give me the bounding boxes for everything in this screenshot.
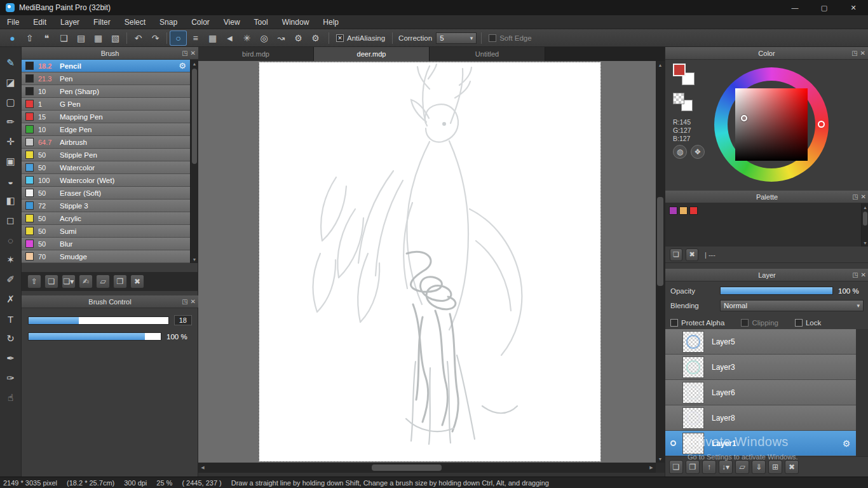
- brush-row[interactable]: 50 Sumi: [22, 225, 198, 238]
- layer-option-checkbox[interactable]: Clipping: [741, 319, 778, 327]
- parallel-snap-icon[interactable]: ≡: [187, 30, 204, 46]
- layer-opacity-slider[interactable]: [720, 287, 833, 295]
- layer-row[interactable]: Layer5: [665, 329, 856, 355]
- layer-up-icon[interactable]: ↑: [702, 460, 716, 474]
- brush-folder-icon[interactable]: ▱: [96, 274, 110, 288]
- brush-row[interactable]: 1 G Pen: [22, 98, 198, 111]
- soft-edge-checkbox[interactable]: Soft Edge: [489, 34, 532, 42]
- layer-row[interactable]: Layer3: [665, 355, 856, 380]
- antialiasing-checkbox[interactable]: ✕ AntiAliasing: [336, 34, 385, 42]
- page-icon[interactable]: ▤: [72, 30, 90, 46]
- color-mixer-icon[interactable]: ❖: [691, 145, 705, 159]
- layer-row[interactable]: Layer1 ⚙: [665, 431, 856, 456]
- canvas[interactable]: [259, 62, 600, 461]
- settings-icon[interactable]: ⚙: [307, 30, 324, 46]
- brush-row[interactable]: 70 Smudge: [22, 250, 198, 263]
- layer-row[interactable]: Layer8: [665, 405, 856, 431]
- menu-item[interactable]: Edit: [26, 15, 53, 29]
- close-panel-icon[interactable]: ✕: [860, 50, 865, 57]
- menu-item[interactable]: View: [217, 15, 247, 29]
- menu-item[interactable]: Tool: [247, 15, 275, 29]
- menu-item[interactable]: Filter: [86, 15, 118, 29]
- delete-brush-icon[interactable]: ✖: [130, 274, 144, 288]
- canvas-vertical-scrollbar[interactable]: ▲ ▼: [656, 61, 665, 463]
- palette-color-swatch[interactable]: [689, 207, 698, 215]
- scroll-down-icon[interactable]: ▼: [862, 239, 868, 247]
- brush-tool[interactable]: ✎: [2, 55, 19, 71]
- layer-option-checkbox[interactable]: Protect Alpha: [670, 319, 724, 327]
- duplicate-brush-icon[interactable]: ❐: [113, 274, 127, 288]
- layer-thumbnail[interactable]: [682, 331, 704, 353]
- delete-layer-icon[interactable]: ✖: [785, 460, 799, 474]
- undo-icon[interactable]: ↶: [130, 30, 147, 46]
- brush-row[interactable]: 72 Stipple 3: [22, 200, 198, 212]
- radial-snap-icon[interactable]: ✳: [238, 30, 255, 46]
- brush-row[interactable]: 50 Acrylic: [22, 212, 198, 225]
- brush-opacity-slider[interactable]: [28, 332, 161, 341]
- brush-row[interactable]: 100 Watercolor (Wet): [22, 174, 198, 187]
- select-eraser-tool[interactable]: ✗: [2, 291, 19, 308]
- brush-row[interactable]: 50 Stipple Pen: [22, 149, 198, 161]
- layer-settings-gear-icon[interactable]: ⚙: [841, 438, 852, 449]
- menu-item[interactable]: Color: [184, 15, 217, 29]
- brush-row[interactable]: 50 Blur: [22, 238, 198, 250]
- chat-icon[interactable]: ❏: [55, 30, 72, 46]
- palette-color-swatch[interactable]: [679, 207, 688, 215]
- close-panel-icon[interactable]: ✕: [861, 194, 866, 200]
- menu-item[interactable]: Window: [275, 15, 316, 29]
- scroll-up-icon[interactable]: ▲: [656, 61, 665, 69]
- tiles-icon[interactable]: ▦: [90, 30, 107, 46]
- foreground-color-swatch[interactable]: [673, 64, 686, 76]
- grid-snap-icon[interactable]: ▦: [204, 30, 221, 46]
- brush-row[interactable]: 10 Pen (Sharp): [22, 85, 198, 98]
- move-tool[interactable]: ✛: [2, 133, 19, 150]
- scroll-up-icon[interactable]: ▲: [862, 203, 868, 211]
- saturation-value-square[interactable]: [735, 88, 808, 161]
- add-palette-color-icon[interactable]: ❏: [670, 248, 682, 261]
- scroll-thumb[interactable]: [192, 69, 197, 164]
- text-tool[interactable]: T: [2, 311, 19, 327]
- popout-panel-icon[interactable]: ◳: [852, 194, 858, 200]
- layer-thumbnail[interactable]: [682, 407, 704, 429]
- eyedropper-tool[interactable]: ✒: [2, 350, 19, 367]
- brush-row[interactable]: 50 Watercolor: [22, 161, 198, 174]
- marquee-select-tool[interactable]: ◻: [2, 212, 19, 229]
- comment-icon[interactable]: ❝: [38, 30, 55, 46]
- stipple-brush-tool[interactable]: ✏: [2, 114, 19, 130]
- menu-item[interactable]: Layer: [53, 15, 86, 29]
- lasso-select-tool[interactable]: ◌: [2, 232, 19, 248]
- document-tab[interactable]: deer.mdp: [314, 47, 430, 61]
- magic-wand-tool[interactable]: ✶: [2, 252, 19, 268]
- brush-size-slider[interactable]: [28, 316, 169, 325]
- layer-down-icon[interactable]: ↓▾: [719, 460, 733, 474]
- scroll-left-icon[interactable]: ◀: [198, 463, 207, 473]
- brush-row[interactable]: 64.7 Airbrush: [22, 136, 198, 149]
- layer-folder-icon[interactable]: ▱: [735, 460, 749, 474]
- palette-scrollbar[interactable]: ▲ ▼: [861, 203, 868, 247]
- publish-icon[interactable]: ⇧: [21, 30, 38, 46]
- brush-list-scrollbar[interactable]: ▲ ▼: [190, 60, 198, 263]
- close-panel-icon[interactable]: ✕: [861, 272, 866, 278]
- layer-row[interactable]: Layer6: [665, 380, 856, 405]
- dip-pen-tool[interactable]: ✑: [2, 370, 19, 386]
- delete-palette-color-icon[interactable]: ✖: [686, 248, 698, 261]
- snap-off-icon[interactable]: ○: [170, 30, 187, 46]
- curve-snap-icon[interactable]: ↝: [273, 30, 290, 46]
- correction-dropdown[interactable]: 5 ▾: [436, 32, 477, 44]
- combine-layer-icon[interactable]: ⊞: [768, 460, 782, 474]
- menu-item[interactable]: Help: [316, 15, 346, 29]
- scroll-down-icon[interactable]: ▼: [656, 455, 665, 463]
- vanishing-point-snap-icon[interactable]: ◄: [221, 30, 238, 46]
- hand-tool[interactable]: ☝: [2, 390, 19, 406]
- brush-row[interactable]: 15 Mapping Pen: [22, 111, 198, 123]
- bucket-tool[interactable]: ◒: [2, 173, 19, 189]
- concentric-snap-icon[interactable]: ◎: [255, 30, 273, 46]
- add-layer-icon[interactable]: ❏: [669, 460, 683, 474]
- scroll-right-icon[interactable]: ▶: [647, 463, 656, 473]
- minimize-button[interactable]: —: [780, 0, 810, 15]
- layer-thumbnail[interactable]: [682, 433, 704, 454]
- palette-color-swatch[interactable]: [669, 207, 677, 215]
- brush-settings-gear-icon[interactable]: ⚙: [177, 61, 188, 71]
- blending-dropdown[interactable]: Normal ▾: [720, 300, 864, 311]
- close-panel-icon[interactable]: ✕: [191, 50, 196, 57]
